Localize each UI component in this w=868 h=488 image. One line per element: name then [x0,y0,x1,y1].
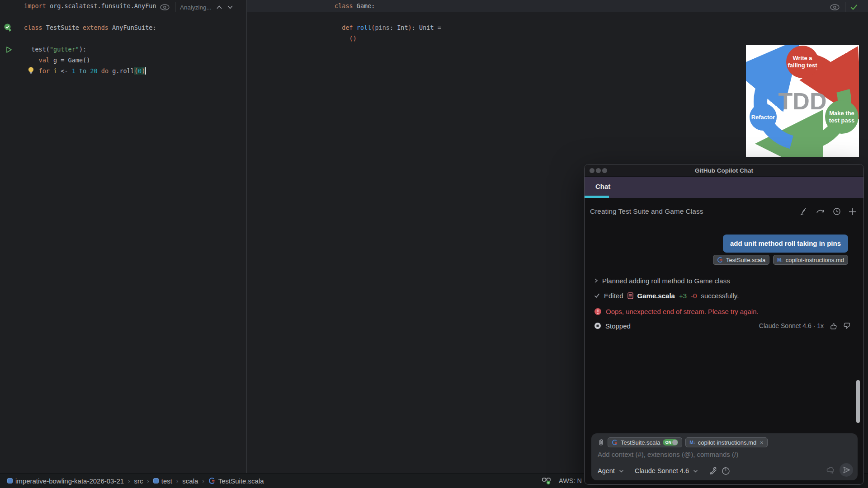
context-chip-testsuite[interactable]: TestSuite.scala [713,255,769,265]
breadcrumb-project[interactable]: imperative-bowling-kata-2026-03-21 [7,477,124,485]
pen-scribble-icon[interactable] [800,207,808,216]
tdd-step2-line1: Make the [829,110,854,117]
history-icon[interactable] [833,207,841,216]
chevron-down-icon[interactable] [693,469,698,473]
attachment-toggle-on[interactable]: ON [663,439,678,446]
attachment-chip-instructions[interactable]: M↓ copilot-instructions.md × [685,437,767,447]
intention-bulb-icon[interactable] [27,66,35,75]
chat-input-box[interactable]: TestSuite.scala ON M↓ copilot-instructio… [591,433,858,480]
chip-label: copilot-instructions.md [786,257,844,263]
copilot-status-icon[interactable] [542,477,552,485]
chat-window-title: GitHub Copilot Chat [585,164,863,177]
check-icon [594,293,600,298]
new-chat-icon[interactable] [849,208,856,216]
copilot-chat-window: GitHub Copilot Chat Chat Creating Test S… [584,164,864,485]
thread-header: Creating Test Suite and Game Class [585,206,863,217]
tdd-step2-line2: test pass [829,117,854,124]
ide-screen: import org.scalatest.funsuite.AnyFun cla… [0,0,868,488]
send-button[interactable] [840,463,853,477]
editor-testsuite[interactable]: import org.scalatest.funsuite.AnyFun cla… [0,0,246,473]
planned-text: Planned adding roll method to Game class [602,277,730,285]
breadcrumb-scala[interactable]: scala [182,477,198,485]
folder-icon [153,478,159,483]
widget-divider [845,2,845,12]
send-controls [826,463,853,477]
model-selector[interactable]: Claude Sonnet 4.6 [635,467,689,474]
chevron-down-icon[interactable] [619,469,624,473]
lines-removed: -0 [691,292,697,300]
tools-icon[interactable] [709,467,717,475]
step-edited: Edited Game.scala +3 -0 successfully. [594,291,739,300]
chat-tabbar: Chat [585,177,863,198]
edited-filename[interactable]: Game.scala [637,292,675,300]
zoom-window-button[interactable] [602,168,607,173]
message-context-chips: TestSuite.scala M↓ copilot-instructions.… [713,255,848,265]
send-plane-icon [843,466,850,474]
prev-problem-chevron-up-icon[interactable] [216,5,222,9]
statusbar-widgets: AWS: N [542,474,582,488]
tdd-step1-line1: Write a [793,55,812,61]
tab-chat[interactable]: Chat [595,177,610,197]
code-testsuite[interactable]: import org.scalatest.funsuite.AnyFun cla… [24,0,156,76]
scrollbar-thumb[interactable] [856,380,860,423]
edited-label: Edited [604,292,623,300]
scala-file-icon [208,477,216,484]
edited-suffix: successfully. [701,292,739,300]
inspection-widget-right [829,2,858,12]
attachment-chip-testsuite[interactable]: TestSuite.scala ON [608,437,682,447]
chat-prompt-input[interactable] [598,450,842,458]
context-chip-instructions[interactable]: M↓ copilot-instructions.md [773,255,848,265]
inspections-ok-check-icon[interactable] [850,4,858,11]
paperclip-icon[interactable] [597,438,604,446]
breadcrumb-separator: › [176,478,178,484]
error-text: Oops, unexpected end of stream. Please t… [606,308,759,315]
thread-title: Creating Test Suite and Game Class [590,207,703,216]
code-game[interactable]: class Game: def roll(pins: Int): Unit = … [335,0,441,44]
usage-gauge-icon[interactable] [722,467,730,475]
breadcrumb-test[interactable]: test [153,477,172,485]
toggle-knob [672,440,678,445]
step-planned[interactable]: Planned adding roll method to Game class [594,276,730,286]
scala-file-icon [612,439,618,446]
redo-icon[interactable] [816,208,825,215]
tdd-step3-label: Refactor [751,114,775,121]
chevron-right-icon [594,278,598,283]
analysis-status: Analyzing... [180,4,212,11]
stopped-text: Stopped [605,322,631,330]
chip-label: TestSuite.scala [726,257,765,263]
user-message-bubble: add unit method roll taking in pins [723,235,848,253]
close-window-button[interactable] [590,168,594,173]
lines-added: +3 [679,292,687,300]
breadcrumb-separator: › [202,478,204,484]
thumbs-down-icon[interactable] [843,322,851,330]
minimize-window-button[interactable] [596,168,601,173]
chip-label: TestSuite.scala [621,439,660,446]
tdd-center-label: TDD [778,88,827,114]
cloud-send-icon[interactable] [826,466,836,474]
markdown-icon: M↓ [689,440,695,445]
input-controls-row: Agent Claude Sonnet 4.6 [598,465,730,477]
toggle-label: ON [665,440,671,445]
chat-titlebar[interactable]: GitHub Copilot Chat [585,164,863,177]
tdd-cycle-image: TDD Write a failing test Make the test p… [746,45,859,157]
eye-icon[interactable] [829,3,840,12]
aws-status-label[interactable]: AWS: N [559,477,582,484]
test-passed-run-icon[interactable] [4,23,13,32]
next-problem-chevron-down-icon[interactable] [227,5,233,9]
active-tab-underline [585,196,609,198]
breadcrumb: imperative-bowling-kata-2026-03-21 › src… [7,474,264,488]
thumbs-up-icon[interactable] [830,322,837,330]
scala-file-icon [717,257,723,263]
breadcrumb-label: TestSuite.scala [218,477,264,485]
remove-attachment-icon[interactable]: × [760,439,764,446]
modified-file-icon [627,292,633,299]
breadcrumb-separator: › [128,478,130,484]
mode-selector[interactable]: Agent [598,467,615,474]
eye-icon[interactable] [159,3,170,12]
breadcrumb-src[interactable]: src [134,477,143,485]
window-controls [590,168,607,173]
breadcrumb-file[interactable]: TestSuite.scala [208,477,264,485]
error-icon [594,308,602,315]
chip-label: copilot-instructions.md [698,439,756,446]
run-test-icon[interactable] [5,46,13,53]
